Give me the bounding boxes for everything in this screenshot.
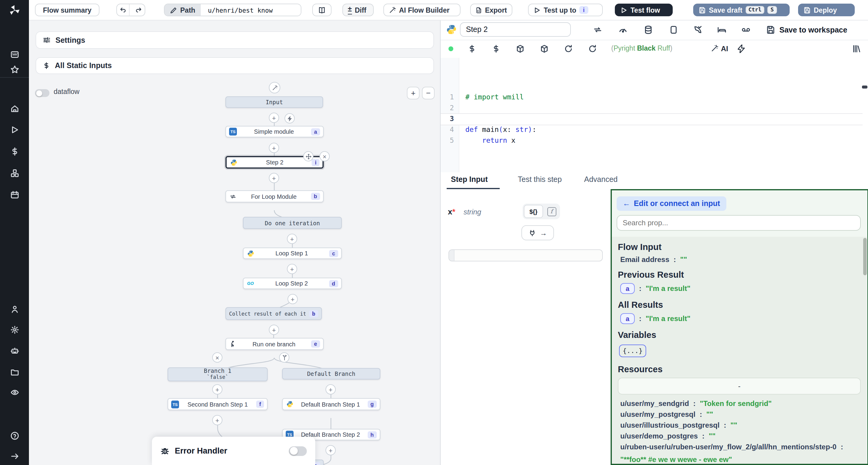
move-step-handle[interactable] [303, 151, 313, 161]
variables-object-badge[interactable]: {...} [619, 344, 646, 357]
flow-node-simple-module[interactable]: TS Simple module a [225, 126, 324, 137]
flow-node-do-one-iteration[interactable]: Do one iteration [243, 217, 342, 229]
delete-step-button[interactable]: × [319, 151, 330, 161]
error-handler-card[interactable]: Error Handler [152, 437, 315, 465]
insert-step-button[interactable]: + [269, 113, 279, 123]
flow-node-second-branch-step-1[interactable]: TS Second Branch Step 1 f [167, 398, 268, 410]
flow-node-input[interactable]: Input [225, 96, 323, 108]
suspend-phone-icon[interactable] [693, 25, 702, 34]
test-flow-button[interactable]: Test flow [615, 4, 673, 16]
tab-step-input[interactable]: Step Input [451, 175, 488, 184]
save-draft-button[interactable]: Save draft Ctrl S [693, 4, 789, 16]
resource-filter-box[interactable]: - [618, 378, 861, 395]
workers-robot-icon[interactable] [0, 341, 29, 360]
diff-button[interactable]: ± Diff [342, 4, 374, 16]
prop-row[interactable]: a : "I'm a result" [620, 283, 861, 294]
flow-node-for-loop[interactable]: For Loop Module b [225, 190, 324, 202]
insert-step-button[interactable]: + [326, 384, 336, 395]
docs-book-button[interactable] [312, 4, 332, 16]
trigger-button[interactable] [284, 113, 295, 124]
ai-edit-flow-button[interactable] [269, 82, 280, 93]
back-to-edit-button[interactable]: ← Edit or connect an input [617, 196, 726, 211]
runs-play-icon[interactable] [0, 121, 29, 138]
connect-panel-scrollbar[interactable] [863, 238, 867, 275]
zoom-out-button[interactable]: − [422, 87, 435, 99]
tab-test-this-step[interactable]: Test this step [518, 175, 562, 184]
resource-row[interactable]: u/ruben-user/u/ruben-user/my_flow_2/g/al… [620, 443, 861, 464]
settings-gear-icon[interactable] [0, 321, 29, 338]
error-handler-toggle[interactable] [289, 446, 307, 456]
ai-wand-icon[interactable] [711, 44, 720, 54]
template-mode-button[interactable]: ${} [524, 205, 543, 218]
undo-icon[interactable] [117, 4, 130, 16]
windmill-logo[interactable] [0, 0, 29, 20]
insert-step-button[interactable]: + [212, 415, 222, 425]
insert-step-button[interactable]: + [287, 234, 297, 244]
sleep-icon[interactable] [717, 25, 726, 34]
prop-row[interactable]: Email address : "" [620, 255, 861, 264]
help-icon[interactable] [0, 427, 29, 444]
ai-label[interactable]: AI [721, 44, 728, 53]
bolt-icon[interactable] [738, 44, 747, 54]
static-inputs-dollar-icon[interactable] [468, 44, 477, 54]
editor-scrollbar[interactable] [862, 86, 867, 89]
variables-dollar-icon[interactable] [0, 142, 29, 160]
collapse-arrow-icon[interactable] [0, 447, 29, 465]
schedules-calendar-icon[interactable] [0, 186, 29, 204]
package-icon[interactable] [516, 44, 525, 54]
reload-icon[interactable] [588, 44, 597, 54]
flow-node-default-branch-step-1[interactable]: Default Branch Step 1 g [282, 398, 380, 410]
insert-step-button[interactable]: + [326, 445, 336, 455]
insert-step-button[interactable]: + [269, 325, 279, 335]
favorites-star-icon[interactable] [0, 60, 29, 78]
test-up-to-button[interactable]: Test up to i [528, 4, 603, 16]
resource-row[interactable]: u/user/my_postgresql : "" [620, 410, 861, 419]
search-prop-input[interactable] [617, 215, 861, 231]
export-button[interactable]: Export [470, 4, 513, 16]
remove-branch-button[interactable]: × [212, 352, 222, 363]
package-icon[interactable] [540, 44, 549, 54]
result-id-badge[interactable]: a [620, 313, 635, 324]
concurrency-icon[interactable] [669, 25, 678, 34]
path-input[interactable] [204, 4, 301, 16]
flow-summary-button[interactable]: Flow summary [35, 4, 99, 16]
resources-cubes-icon[interactable] [0, 164, 29, 182]
flow-node-run-one-branch[interactable]: Run one branch e [225, 338, 324, 350]
flow-node-collect-result[interactable]: Collect result of each iteration b [225, 307, 322, 320]
resource-row[interactable]: u/user/my_sendgrid : "Token for sendgrid… [620, 399, 861, 408]
flow-node-loop-step-2[interactable]: GO Loop Step 2 d [243, 278, 342, 289]
connect-input-button[interactable]: → [521, 225, 554, 240]
save-icon[interactable] [766, 25, 775, 34]
add-branch-button[interactable] [279, 352, 289, 363]
home-icon[interactable] [0, 99, 29, 118]
folders-icon[interactable] [0, 363, 29, 381]
resource-row[interactable]: u/user/demo_postgres : "" [620, 432, 861, 440]
audit-eye-icon[interactable] [0, 383, 29, 401]
zoom-in-button[interactable]: + [407, 87, 420, 99]
library-icon[interactable] [852, 44, 861, 54]
reload-icon[interactable] [564, 44, 573, 54]
prop-row[interactable]: a : "I'm a result" [620, 313, 861, 324]
path-edit-button[interactable]: Path [164, 4, 201, 16]
function-mode-button[interactable]: f [544, 205, 559, 218]
redo-icon[interactable] [133, 4, 145, 16]
save-to-workspace-label[interactable]: Save to workspace [779, 26, 847, 34]
flow-node-branch-1[interactable]: Branch 1 `false` [167, 367, 268, 381]
tab-advanced[interactable]: Advanced [584, 175, 618, 184]
insert-step-button[interactable]: + [269, 173, 279, 183]
user-icon[interactable] [0, 300, 29, 318]
mock-voicemail-icon[interactable] [741, 25, 750, 34]
arg-value-input[interactable] [448, 250, 603, 261]
insert-step-button[interactable]: + [287, 294, 298, 304]
result-id-badge[interactable]: a [620, 283, 635, 294]
insert-step-button[interactable]: + [269, 143, 279, 153]
variables-dollar-icon[interactable] [492, 44, 501, 54]
code-editor[interactable]: 1 2 3 4 5 # import wmill def main(x: str… [441, 58, 868, 172]
resource-row[interactable]: u/user/illustrious_postgresql : "" [620, 421, 861, 429]
retries-icon[interactable] [593, 25, 602, 34]
cache-database-icon[interactable] [644, 25, 653, 34]
insert-step-button[interactable]: + [287, 264, 297, 274]
flow-node-default-branch[interactable]: Default Branch [282, 368, 380, 379]
early-stop-gauge-icon[interactable] [618, 25, 627, 34]
step-name-input[interactable] [460, 22, 571, 37]
